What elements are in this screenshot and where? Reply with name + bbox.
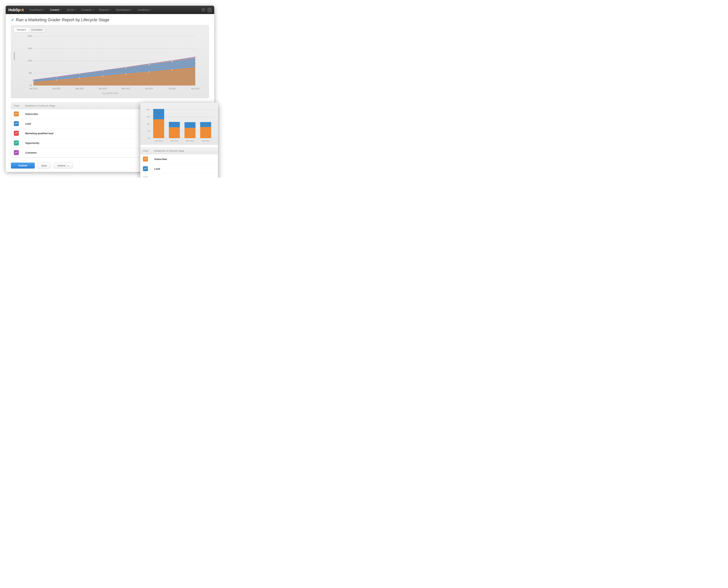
svg-point-43 [56,77,57,77]
table-row[interactable]: Marketing qualified lead [140,174,218,177]
svg-text:100k: 100k [28,60,32,62]
nav-label: Marketplace [116,8,130,12]
chart-mode-toggle[interactable]: StandardCumulative [14,27,45,33]
row-icon-cell [14,141,25,145]
nav-list: DashboardContentSocialContactsReportsMar… [28,7,202,12]
svg-rect-75 [185,122,195,128]
menu-icon[interactable] [202,8,205,11]
svg-text:150k: 150k [28,47,32,49]
svg-text:Jul 2013: Jul 2013 [169,88,176,90]
area-chart-svg: 0k50k100k150k200kJan 2013Feb 2013Mar 201… [14,34,206,91]
row-name: Subscriber [154,158,215,161]
main-chart: Contacts 0k50k100k150k200kJan 2013Feb 20… [14,34,206,94]
nav-item-reports[interactable]: Reports [98,7,112,12]
svg-text:0k: 0k [30,84,32,86]
svg-point-12 [79,78,80,79]
chevron-down-icon [75,9,77,10]
series-icon [14,111,19,117]
toggle-cumulative[interactable]: Cumulative [29,27,45,32]
actions-label: Actions [58,164,66,167]
svg-point-13 [102,76,103,77]
th-chart: Chart [14,104,25,107]
svg-text:Jan 2013: Jan 2013 [155,140,163,142]
svg-text:200k: 200k [28,35,32,37]
svg-rect-74 [185,128,195,138]
row-name: Lead [154,167,215,170]
chevron-down-icon [150,9,151,10]
table-row[interactable]: Subscriber [140,154,218,164]
row-icon-cell [143,176,154,177]
svg-point-46 [125,67,126,68]
top-right-controls [202,8,212,12]
nav-item-contacts[interactable]: Contacts [80,7,96,12]
svg-rect-71 [169,127,180,138]
nav-label: Academy [138,8,149,12]
nav-label: Social [66,8,74,12]
svg-rect-72 [169,122,180,127]
chevron-down-icon [67,166,69,166]
row-icon-cell [14,150,25,155]
nav-item-social[interactable]: Social [65,7,78,12]
popout-th-name: Breakdown of Lifecycle Stage [154,150,215,152]
svg-rect-69 [153,109,164,120]
series-icon [143,176,148,177]
popout-panel: 0k5k10k15k20kJan 2013Feb 2013Mar 2013Apr… [140,103,218,177]
nav-label: Dashboard [29,8,43,12]
save-button[interactable]: Save [37,163,51,169]
nav-item-content[interactable]: Content [48,7,63,12]
popout-table-body: SubscriberLeadMarketing qualified lead [140,154,218,177]
chevron-down-icon [131,9,133,10]
nav-label: Reports [99,8,108,12]
svg-point-15 [149,71,150,72]
nav-item-marketplace[interactable]: Marketplace [114,7,134,12]
nav-item-academy[interactable]: Academy [136,7,153,12]
brand-logo: HubSpot [8,8,23,12]
svg-text:Aug 2013: Aug 2013 [191,88,200,90]
x-axis-label: mg_created_date [14,92,206,94]
svg-point-49 [195,57,196,58]
popout-chart: 0k5k10k15k20kJan 2013Feb 2013Mar 2013Apr… [140,103,218,145]
chart-panel: StandardCumulative Contacts 0k50k100k150… [11,25,209,98]
svg-text:Mar 2013: Mar 2013 [76,88,84,90]
svg-text:20k: 20k [147,108,150,110]
svg-text:Apr 2013: Apr 2013 [202,140,210,142]
series-icon [14,141,19,145]
svg-text:Apr 2013: Apr 2013 [99,88,107,90]
svg-text:5k: 5k [148,130,150,132]
actions-dropdown[interactable]: Actions [54,163,73,169]
series-icon [143,156,148,162]
bar-chart-svg: 0k5k10k15k20kJan 2013Feb 2013Mar 2013Apr… [143,105,215,143]
svg-rect-78 [200,122,211,127]
svg-rect-68 [153,120,164,138]
chevron-down-icon [109,9,111,10]
toggle-standard[interactable]: Standard [14,27,29,32]
svg-point-44 [79,73,80,74]
app-window: HubSpot DashboardContentSocialContactsRe… [6,6,214,172]
chevron-down-icon [93,9,94,10]
nav-item-dashboard[interactable]: Dashboard [28,7,47,12]
edit-icon[interactable] [11,18,14,21]
svg-text:Feb 2013: Feb 2013 [53,88,61,90]
series-icon [14,150,19,155]
row-name: Marketing qualified lead [154,177,215,178]
top-nav: HubSpot DashboardContentSocialContactsRe… [6,6,214,14]
svg-rect-77 [200,127,211,138]
nav-label: Content [50,8,59,12]
svg-text:0k: 0k [148,137,150,139]
publish-button[interactable]: Publish [11,163,35,169]
svg-text:May 2013: May 2013 [122,88,130,90]
svg-text:Jun 2013: Jun 2013 [145,88,153,90]
svg-text:50k: 50k [29,72,32,74]
series-icon [143,166,148,171]
row-icon-cell [14,111,25,117]
svg-point-17 [195,67,196,68]
row-icon-cell [14,131,25,136]
page-title: Ran a Marketing Grader Report by Lifecyc… [16,17,109,22]
svg-text:Feb 2013: Feb 2013 [170,140,179,142]
chevron-down-icon [60,9,62,10]
svg-text:10k: 10k [147,123,150,125]
svg-point-16 [172,69,173,70]
user-avatar-icon[interactable] [207,8,212,12]
table-row[interactable]: Lead [140,164,218,174]
series-icon [14,121,19,126]
